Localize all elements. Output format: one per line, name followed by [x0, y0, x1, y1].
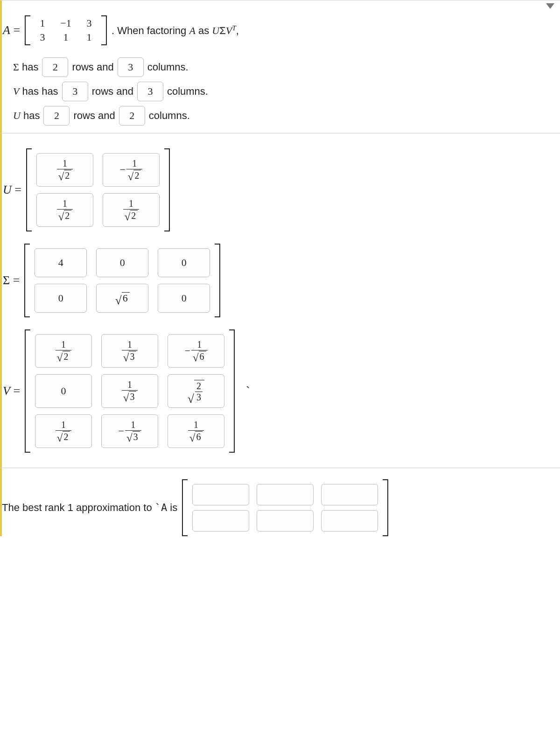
sigma-rows-input[interactable]: 2: [42, 57, 68, 77]
V-cols-input[interactable]: 3: [137, 82, 163, 101]
V-rows-input[interactable]: 3: [62, 82, 88, 101]
U-matrix: 1√21√21√21√2: [26, 148, 170, 231]
V-matrix: 1√21√31√601√3√231√21√31√6: [25, 329, 235, 453]
rank1-cell[interactable]: [257, 484, 314, 505]
matrix-cell[interactable]: 1√6: [168, 414, 224, 448]
matrix-cell[interactable]: 1√3: [101, 374, 158, 408]
matrix-cell[interactable]: √6: [96, 284, 148, 313]
matrix-cell[interactable]: 1√3: [101, 414, 158, 448]
problem-setup-section: A = 1 −1 3 3 1 1 . When factoring A as U…: [0, 0, 560, 133]
rank1-cell[interactable]: [321, 484, 378, 505]
rank1-cell[interactable]: [192, 484, 249, 505]
matrix-cell[interactable]: √23: [168, 374, 224, 408]
matrix-cell[interactable]: 0: [96, 248, 148, 277]
U-matrix-row: U = 1√21√21√21√2: [3, 148, 560, 231]
V-dimensions-line: V has has 3 rows and 3 columns.: [13, 82, 560, 101]
rank1-section: The best rank 1 approximation to `A is: [0, 468, 560, 536]
matrix-cell[interactable]: 1√2: [103, 193, 160, 227]
V-matrix-row: V = 1√21√31√601√3√231√21√31√6 `: [3, 329, 560, 453]
matrix-cell[interactable]: 1√2: [103, 153, 160, 187]
matrix-cell[interactable]: 1√2: [35, 414, 92, 448]
rank1-cell[interactable]: [192, 510, 249, 532]
rank1-cell[interactable]: [257, 510, 314, 532]
matrix-A: 1 −1 3 3 1 1: [25, 15, 107, 45]
matrix-cell[interactable]: 1√3: [101, 334, 158, 368]
U-rows-input[interactable]: 2: [43, 106, 70, 126]
matrix-cell[interactable]: 1√2: [35, 334, 92, 368]
matrix-cell[interactable]: 1√2: [36, 153, 93, 187]
Sigma-matrix: 4000√60: [24, 244, 220, 317]
matrix-cell[interactable]: 0: [35, 374, 92, 408]
matrix-cell[interactable]: 0: [158, 284, 210, 313]
matrix-cell[interactable]: 0: [158, 248, 210, 277]
sigma-dimensions-line: Σ has 2 rows and 3 columns.: [13, 57, 560, 77]
Sigma-matrix-row: Σ = 4000√60: [3, 244, 560, 317]
U-cols-input[interactable]: 2: [119, 106, 145, 126]
matrix-cell[interactable]: 0: [35, 284, 87, 313]
sigma-cols-input[interactable]: 3: [118, 57, 144, 77]
U-dimensions-line: U has 2 rows and 2 columns.: [13, 106, 560, 126]
A-symbol: A: [3, 23, 10, 37]
rank1-prompt: The best rank 1 approximation to `A is: [2, 502, 177, 514]
svd-matrices-section: U = 1√21√21√21√2 Σ = 4000√60 V = 1√21√31…: [0, 133, 560, 468]
matrix-cell[interactable]: 1√2: [36, 193, 93, 227]
matrix-cell[interactable]: 1√6: [168, 334, 224, 368]
intro-text: . When factoring A as UΣVT,: [112, 24, 239, 37]
rank1-matrix: [182, 479, 388, 536]
backtick-text: `: [246, 384, 250, 398]
matrix-cell[interactable]: 4: [35, 248, 87, 277]
collapse-icon[interactable]: [546, 3, 554, 9]
rank1-cell[interactable]: [321, 510, 378, 532]
